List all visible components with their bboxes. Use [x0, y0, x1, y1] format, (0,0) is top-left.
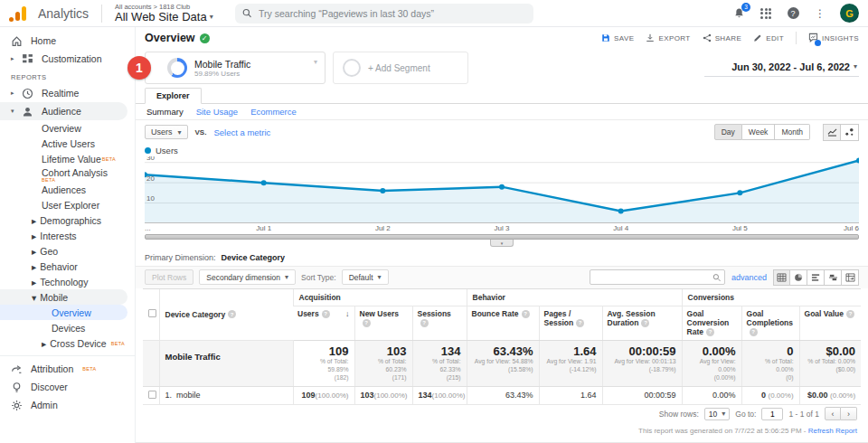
sidebar-item-home[interactable]: Home: [0, 32, 135, 50]
sidebar-item-technology[interactable]: ▸Technology: [0, 274, 135, 289]
report-main: Overview ✓ SAVE EXPORT SHARE: [136, 27, 868, 443]
column-goal-conversion-rate[interactable]: Goal Conversion Rate?: [682, 306, 741, 341]
help-icon: ?: [706, 328, 714, 336]
row-checkbox[interactable]: [148, 391, 156, 399]
sidebar-item-attribution[interactable]: AttributionBETA: [0, 360, 135, 378]
column-avg-session-duration[interactable]: Avg. Session Duration?: [602, 306, 682, 341]
refresh-report-link[interactable]: Refresh Report: [808, 427, 857, 435]
column-goal-value[interactable]: Goal Value?: [799, 306, 861, 341]
granularity-day-button[interactable]: Day: [714, 124, 742, 140]
sidebar-item-mobile[interactable]: ▾Mobile: [0, 289, 127, 305]
edit-button[interactable]: EDIT: [753, 33, 784, 42]
table-search[interactable]: [590, 269, 725, 285]
sidebar-item-active-users[interactable]: Active Users: [0, 136, 135, 151]
column-bounce-rate[interactable]: Bounce Rate?: [467, 306, 539, 341]
scrubber-handle[interactable]: ▾: [490, 240, 514, 247]
sidebar-item-user-explorer[interactable]: User Explorer: [0, 197, 135, 212]
chevron-down-icon: ▾: [210, 14, 213, 21]
insights-button[interactable]: INSIGHTS: [808, 33, 859, 44]
export-button[interactable]: EXPORT: [646, 33, 690, 42]
granularity-month-button[interactable]: Month: [775, 124, 810, 140]
x-tick-label: Jul 1: [256, 224, 271, 232]
percentage-view-button[interactable]: [790, 269, 807, 286]
subtab-summary[interactable]: Summary: [146, 107, 184, 117]
apps-grid-button[interactable]: [759, 6, 773, 21]
sidebar-item-interests[interactable]: ▸Interests: [0, 228, 135, 243]
show-rows-select[interactable]: 10 ▾: [704, 408, 730, 420]
sidebar-item-audience-overview[interactable]: Overview: [0, 120, 135, 136]
add-segment-button[interactable]: + Add Segment: [333, 52, 468, 84]
sidebar-item-customization[interactable]: ▸ Customization: [0, 50, 135, 68]
goto-page-input[interactable]: [761, 408, 783, 420]
subtab-ecommerce[interactable]: Ecommerce: [250, 107, 297, 117]
column-device-category[interactable]: Device Category: [165, 310, 226, 319]
sidebar-item-mobile-overview[interactable]: Overview: [0, 305, 127, 320]
series-dot-icon: [145, 147, 151, 154]
sidebar-item-lifetime-value[interactable]: Lifetime ValueBETA: [0, 151, 135, 166]
pagination: Show rows: 10 ▾ Go to: 1 - 1 of 1 ‹ ›: [136, 405, 868, 423]
sidebar-item-label: Home: [31, 35, 56, 46]
global-search[interactable]: [235, 4, 533, 24]
prev-page-button[interactable]: ‹: [825, 407, 841, 420]
sidebar-item-audience[interactable]: ▾ Audience: [0, 102, 127, 120]
sidebar-item-cross-device[interactable]: ▸Cross DeviceBETA: [0, 335, 135, 351]
line-chart-button[interactable]: [823, 124, 841, 141]
performance-view-button[interactable]: [807, 269, 825, 286]
sidebar-item-audiences[interactable]: Audiences: [0, 182, 135, 197]
analytics-logo-icon[interactable]: [9, 5, 27, 22]
more-options-button[interactable]: ⋮: [813, 6, 827, 21]
pivot-view-button[interactable]: [842, 269, 859, 286]
sidebar-item-discover[interactable]: Discover: [0, 378, 135, 396]
select-metric-link[interactable]: Select a metric: [213, 127, 270, 137]
sidebar-item-cohort-analysis[interactable]: Cohort Analysis: [0, 166, 135, 179]
avatar[interactable]: G: [840, 4, 859, 23]
users-line-chart[interactable]: 102030: [145, 156, 859, 223]
beta-badge: BETA: [102, 156, 116, 162]
advanced-link[interactable]: advanced: [731, 273, 767, 282]
segment-card-mobile-traffic[interactable]: Mobile Traffic 59.89% Users ▾: [145, 52, 326, 84]
chart-x-axis: ...Jul 1Jul 2Jul 3Jul 4Jul 5Jul 6: [145, 223, 859, 234]
person-icon: [22, 106, 33, 118]
next-page-button[interactable]: ›: [841, 407, 857, 420]
column-sessions[interactable]: Sessions?: [412, 306, 467, 341]
table-view-group: [773, 269, 859, 286]
secondary-dimension-dropdown[interactable]: Secondary dimension ▾: [199, 269, 296, 285]
save-button[interactable]: SAVE: [601, 33, 634, 42]
granularity-week-button[interactable]: Week: [742, 124, 776, 140]
metric-select-dropdown[interactable]: Users ▾: [145, 125, 188, 139]
sidebar-item-realtime[interactable]: ▸ Realtime: [0, 84, 135, 102]
sort-type-dropdown[interactable]: Default ▾: [342, 269, 389, 285]
share-button[interactable]: SHARE: [703, 33, 742, 42]
sidebar-item-demographics[interactable]: ▸Demographics: [0, 212, 135, 228]
sidebar-item-devices[interactable]: Devices: [0, 320, 135, 335]
date-range-picker[interactable]: Jun 30, 2022 - Jul 6, 2022 ▾: [704, 60, 859, 77]
empty-donut-icon: [343, 59, 361, 77]
motion-chart-button[interactable]: [841, 124, 859, 141]
sidebar-item-admin[interactable]: Admin: [0, 396, 135, 414]
chevron-down-icon[interactable]: ▾: [314, 58, 317, 66]
kebab-icon: ⋮: [815, 7, 826, 20]
apps-grid-icon: [760, 8, 771, 19]
column-new-users[interactable]: New Users?: [354, 306, 412, 341]
subtab-site-usage[interactable]: Site Usage: [196, 107, 238, 117]
column-goal-completions[interactable]: Goal Completions?: [741, 306, 799, 341]
sidebar-item-behavior[interactable]: ▸Behavior: [0, 259, 135, 274]
property-selector[interactable]: All accounts > 1818 Club All Web Site Da…: [115, 4, 213, 24]
table-view-button[interactable]: [773, 269, 790, 286]
plot-rows-button[interactable]: Plot Rows: [145, 269, 193, 285]
table-row[interactable]: 1. mobile 109(100.00%) 103(100.00%) 134(…: [143, 386, 861, 404]
column-pages-session[interactable]: Pages / Session?: [539, 306, 602, 341]
search-input[interactable]: [259, 8, 526, 19]
line-chart-icon: [827, 127, 837, 137]
notifications-button[interactable]: 3: [731, 6, 746, 21]
tab-explorer[interactable]: Explorer: [145, 88, 202, 104]
comparison-view-button[interactable]: [825, 269, 842, 286]
column-users[interactable]: Users?↓: [293, 306, 354, 341]
help-button[interactable]: ?: [786, 6, 800, 21]
help-icon: ?: [750, 328, 758, 336]
pencil-icon: [753, 33, 762, 42]
table-search-input[interactable]: [594, 273, 712, 282]
select-all-checkbox[interactable]: [148, 309, 156, 317]
dimension-device-category[interactable]: Device Category: [222, 253, 286, 262]
sidebar-item-geo[interactable]: ▸Geo: [0, 243, 135, 259]
